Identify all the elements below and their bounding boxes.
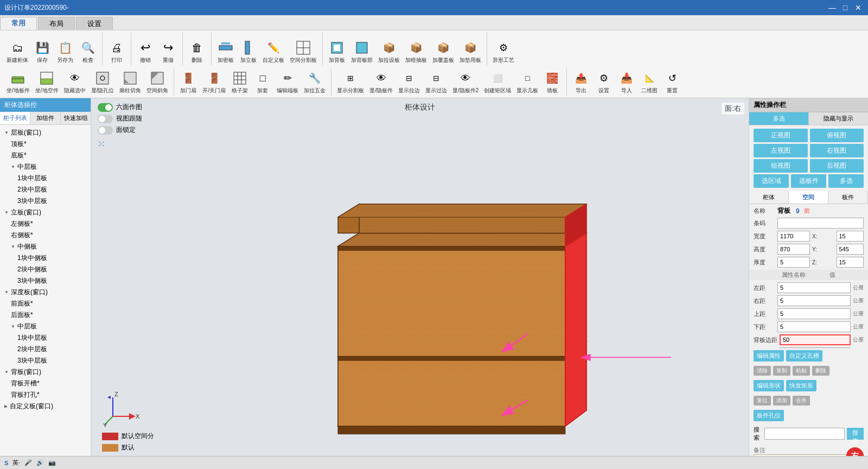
tree-item-mid-depth-1[interactable]: 1块中层板 [13, 332, 91, 344]
left-tab-list[interactable]: 柜子列表 [0, 112, 30, 124]
tree-item-mid-side-1[interactable]: 1块中侧板 [13, 252, 91, 264]
tree-item-back-board[interactable]: 后面板* [7, 309, 91, 321]
toggle-face-lock-switch[interactable] [98, 126, 113, 135]
prop-bottom-dist-input[interactable] [777, 321, 851, 332]
toolbar-create-rect-zone[interactable]: ⬜ 创建矩区域 [482, 68, 513, 96]
btn-confirm[interactable]: 合并 [793, 396, 810, 405]
toolbar-add-pull[interactable]: 📦 加拉设板 [376, 38, 402, 65]
toggle-perspective-switch[interactable] [98, 115, 113, 123]
right-sub-tab-board[interactable]: 板件 [828, 191, 868, 204]
toolbar-show-edge[interactable]: ⊟ 显示拉边 [396, 68, 422, 96]
toolbar-wall-board[interactable]: 🧱 墙板 [541, 68, 563, 96]
toolbar-show-cross-edge[interactable]: ⊟ 显示过边 [423, 68, 449, 96]
left-tab-quick-add[interactable]: 快速加组 [61, 112, 91, 124]
toolbar-export[interactable]: 📤 导出 [570, 68, 592, 96]
toolbar-space-bevel[interactable]: 空间斜角 [144, 68, 170, 96]
btn-custom-holes[interactable]: 自定义孔槽 [786, 350, 822, 362]
toolbar-delete[interactable]: 🗑 删除 [186, 38, 208, 65]
right-btn-select-zone[interactable]: 选区域 [754, 174, 789, 188]
right-tab-hide-show[interactable]: 隐藏与显示 [809, 112, 868, 125]
tree-item-left-side[interactable]: 左侧板* [7, 218, 91, 230]
btn-reset[interactable]: 复位 [754, 396, 771, 405]
tree-item-front-board[interactable]: 前面板* [7, 298, 91, 309]
btn-clear[interactable]: 清除 [754, 366, 771, 376]
prop-edit-link[interactable]: 前 [804, 207, 810, 215]
toolbar-edit-end-panel[interactable]: ✏ 编辑端板 [275, 68, 301, 96]
btn-copy[interactable]: 复制 [773, 366, 790, 376]
toolbar-sit-space[interactable]: 坐/地空件 [33, 68, 61, 96]
close-button[interactable]: ✕ [853, 2, 864, 13]
minimize-button[interactable]: — [827, 2, 838, 13]
btn-add[interactable]: 添加 [773, 396, 790, 405]
toolbar-corner-cut[interactable]: 廊柱切角 [117, 68, 143, 96]
toolbar-shape-craft[interactable]: ⚙ 异形工艺 [490, 38, 516, 65]
right-btn-left-view[interactable]: 左视图 [754, 144, 808, 157]
toolbar-reset[interactable]: ↺ 重置 [661, 68, 683, 96]
tab-common[interactable]: 常用 [0, 17, 37, 30]
toggle-six-face[interactable]: 六面作图 [98, 103, 142, 112]
tree-item-mid-depth-3[interactable]: 3块中层板 [13, 355, 91, 366]
tab-settings[interactable]: 设置 [76, 17, 113, 30]
prop-height-input[interactable] [777, 244, 810, 255]
tree-item-mid-side-2[interactable]: 2块中侧板 [13, 264, 91, 275]
toggle-six-face-switch[interactable] [98, 103, 113, 112]
tree-item-back-groove[interactable]: 背板开槽* [7, 378, 91, 389]
tree-item-mid-side[interactable]: ▼ 中侧板 [7, 241, 91, 252]
toolbar-hide-selected[interactable]: 👁 隐藏选中 [62, 68, 88, 96]
toolbar-add-dark[interactable]: 📦 加暗抽板 [403, 38, 429, 65]
toolbar-show-hide-board[interactable]: 👁 显/隐板件 [367, 68, 395, 96]
prop-edge-dist-input[interactable] [780, 334, 851, 345]
dots-icon[interactable]: ⁙ [98, 139, 142, 149]
toolbar-add-cover[interactable]: 📦 加覆盖板 [430, 38, 456, 65]
right-sub-tab-space[interactable]: 空间 [789, 191, 828, 204]
right-btn-right-view[interactable]: 右视图 [810, 144, 864, 157]
tree-item-custom-window[interactable]: ▶ 自定义板(窗口) [0, 401, 91, 412]
right-btn-multi-select[interactable]: 多选 [828, 174, 864, 188]
tree-item-top-board[interactable]: 顶板* [7, 138, 91, 150]
right-btn-group-view[interactable]: 组视图 [754, 159, 808, 173]
toolbar-add-pad[interactable]: 📦 加垫用板 [457, 38, 483, 65]
maximize-button[interactable]: □ [840, 2, 851, 13]
toolbar-new-cabinet[interactable]: 🗂 新建柜体 [4, 38, 30, 65]
toolbar-show-holes[interactable]: 显/隐孔位 [89, 68, 117, 96]
toolbar-add-back2[interactable]: 加背板部 [349, 38, 375, 65]
toggle-perspective[interactable]: 视图跟随 [98, 114, 142, 123]
toolbar-2d-view[interactable]: 📐 二维图 [639, 68, 660, 96]
toolbar-add-hardware[interactable]: 🔧 加拉五金 [302, 68, 328, 96]
tree-item-back-window[interactable]: ▼ 背板(窗口) [0, 366, 91, 378]
toolbar-add-back[interactable]: 加背板 [326, 38, 348, 65]
toolbar-add-plank[interactable]: 加密板 [215, 38, 237, 65]
prop-top-dist-input[interactable] [777, 308, 851, 319]
tree-item-mid-depth-2[interactable]: 2块中层板 [13, 344, 91, 355]
tree-item-mid-layer2[interactable]: ▼ 中层板 [7, 321, 91, 332]
toolbar-grid-rack[interactable]: 格子架 [229, 68, 251, 96]
prop-thickness-input[interactable] [777, 257, 810, 268]
search-button[interactable]: 搜索 [847, 428, 864, 440]
btn-edit-property[interactable]: 编辑属性 [754, 350, 784, 362]
tree-item-mid-layer-3[interactable]: 3块中层板 [13, 195, 91, 207]
right-btn-select-part[interactable]: 选板件 [791, 174, 826, 188]
tree-item-bottom-board[interactable]: 底板* [7, 150, 91, 161]
tree-item-mid-layer[interactable]: ▼ 中层板 [7, 161, 91, 173]
right-tab-multiselect[interactable]: 多选 [749, 112, 809, 125]
prop-width-x-input[interactable] [837, 231, 864, 242]
toolbar-add-door[interactable]: 🚪 加门扇 [177, 68, 199, 96]
toolbar-print[interactable]: 🖨 打印 [106, 38, 127, 65]
prop-width-input[interactable] [777, 231, 810, 242]
tree-item-right-side[interactable]: 右侧板* [7, 230, 91, 241]
toolbar-sit-plank[interactable]: 坐/地板件 [4, 68, 32, 96]
tree-item-mid-side-3[interactable]: 3块中侧板 [13, 275, 91, 287]
toolbar-space-divide[interactable]: 空间分割板 [288, 38, 319, 65]
toolbar-save-as[interactable]: 📋 另存为 [54, 38, 76, 65]
toolbar-redo[interactable]: ↪ 重做 [157, 38, 179, 65]
speaker-icon[interactable]: 🔊 [36, 459, 44, 466]
prop-left-dist-input[interactable] [777, 282, 851, 293]
btn-fast-rect[interactable]: 快发矩形 [786, 380, 816, 391]
btn-drill-pos[interactable]: 板件孔位 [754, 410, 784, 421]
tree-item-back-drill[interactable]: 背板打孔* [7, 389, 91, 401]
camera-icon[interactable]: 📷 [48, 459, 56, 466]
right-btn-front-view[interactable]: 正视图 [754, 129, 808, 142]
btn-edit-shape[interactable]: 编辑形状 [754, 380, 784, 391]
prop-thickness-z-input[interactable] [837, 257, 864, 268]
toolbar-show-count[interactable]: □ 显示几板 [514, 68, 540, 96]
